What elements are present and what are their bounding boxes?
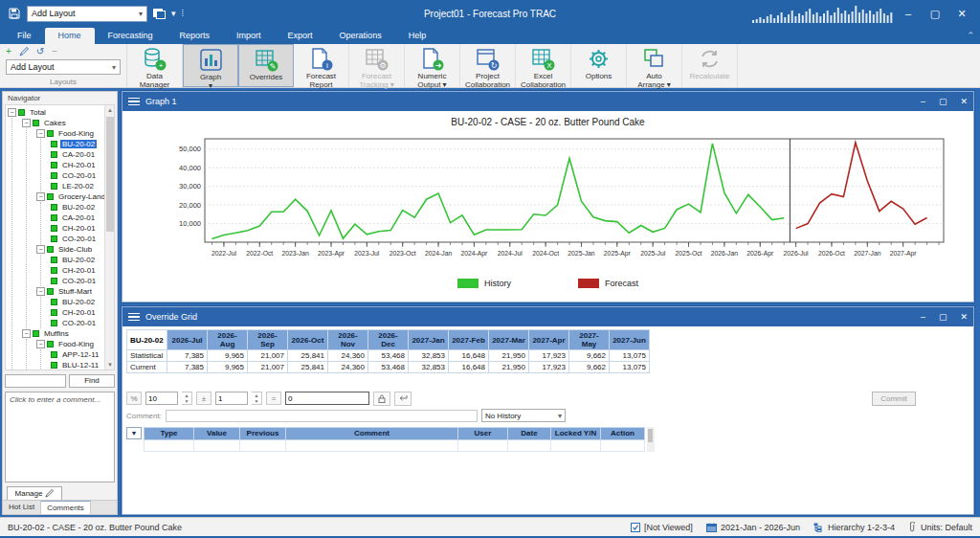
graph-minimize-icon[interactable]: – bbox=[921, 97, 925, 106]
grid-value-cell[interactable]: 13,075 bbox=[610, 362, 650, 373]
tree-collapse-icon[interactable]: − bbox=[36, 245, 45, 254]
tree-item-ch-20-01[interactable]: CH-20-01 bbox=[51, 160, 103, 170]
layout-window-icon[interactable] bbox=[153, 9, 166, 19]
history-column-header[interactable]: Type bbox=[145, 428, 194, 440]
scroll-up-icon[interactable]: ▲ bbox=[105, 105, 115, 115]
grid-value-cell[interactable]: 7,385 bbox=[167, 362, 208, 373]
collapse-ribbon-icon[interactable]: ⌃ bbox=[967, 31, 974, 40]
grid-value-cell[interactable]: 53,468 bbox=[368, 350, 409, 362]
comment-box[interactable]: Click to enter a comment... bbox=[5, 392, 115, 482]
scroll-thumb[interactable] bbox=[106, 117, 114, 232]
tree-item-side-club[interactable]: −Side-Club bbox=[36, 244, 103, 255]
override-window-titlebar[interactable]: Override Grid – ▢ ✕ bbox=[122, 307, 973, 326]
grid-value-cell[interactable]: 9,662 bbox=[569, 362, 610, 373]
tree-item-bu-20-02[interactable]: BU-20-02 bbox=[51, 255, 103, 265]
window-menu-icon[interactable] bbox=[128, 313, 140, 322]
tab-import[interactable]: Import bbox=[223, 28, 275, 44]
tree-item-cakes[interactable]: −Cakes bbox=[22, 118, 103, 128]
tab-comments[interactable]: Comments bbox=[41, 501, 91, 514]
graph-button[interactable]: Graph▾ bbox=[183, 44, 238, 87]
tab-help[interactable]: Help bbox=[395, 28, 440, 44]
plusminus-stepper[interactable]: ▲▼ bbox=[252, 392, 262, 405]
percent-mode-button[interactable]: % bbox=[126, 392, 142, 405]
grid-value-cell[interactable]: 9,662 bbox=[569, 350, 610, 362]
manage-button[interactable]: Manage bbox=[7, 486, 62, 501]
grid-column-header[interactable]: 2026-Oct bbox=[288, 330, 328, 350]
graph-maximize-icon[interactable]: ▢ bbox=[939, 97, 947, 106]
percent-stepper[interactable]: ▲▼ bbox=[182, 392, 192, 405]
commit-button[interactable]: Commit bbox=[872, 392, 916, 406]
tree-item-le-20-02[interactable]: LE-20-02 bbox=[51, 181, 103, 191]
tree-item-ca-20-01[interactable]: CA-20-01 bbox=[51, 213, 103, 223]
grid-value-cell[interactable]: 32,853 bbox=[409, 362, 449, 373]
tree-collapse-icon[interactable]: − bbox=[36, 192, 45, 201]
history-filter-button[interactable]: ▼ bbox=[126, 427, 142, 439]
history-column-header[interactable]: Previous bbox=[240, 428, 286, 440]
plusminus-input[interactable] bbox=[215, 392, 248, 405]
override-grid-table[interactable]: BU-20-022026-Jul2026-Aug2026-Sep2026-Oct… bbox=[126, 329, 650, 373]
tree-collapse-icon[interactable]: − bbox=[8, 108, 16, 117]
recalculate-button[interactable]: Recalculate bbox=[682, 44, 738, 87]
override-comment-input[interactable] bbox=[166, 410, 478, 422]
forecast-report-button[interactable]: iForecastReport bbox=[294, 44, 349, 87]
tab-reports[interactable]: Reports bbox=[167, 28, 224, 44]
history-column-header[interactable]: Value bbox=[194, 428, 240, 440]
history-column-header[interactable]: Action bbox=[601, 428, 645, 440]
options-button[interactable]: Options bbox=[571, 44, 627, 87]
quick-access-more-icon[interactable]: ⁞ bbox=[182, 9, 185, 18]
grid-column-header[interactable]: 2027-Mar bbox=[489, 330, 529, 350]
undo-layout-icon[interactable]: ↺ bbox=[36, 47, 44, 56]
window-menu-icon[interactable] bbox=[128, 98, 140, 106]
history-column-header[interactable]: Locked Y/N bbox=[551, 428, 601, 440]
grid-value-cell[interactable]: 17,923 bbox=[529, 350, 569, 362]
close-button[interactable]: ✕ bbox=[949, 5, 974, 22]
grid-value-cell[interactable]: 24,360 bbox=[328, 362, 368, 373]
tree-item-ch-20-01[interactable]: CH-20-01 bbox=[51, 307, 103, 318]
history-table-scrollbar[interactable] bbox=[647, 427, 655, 452]
minimize-button[interactable]: – bbox=[896, 5, 921, 22]
grid-column-header[interactable]: 2026-Jul bbox=[167, 330, 208, 350]
revert-button[interactable] bbox=[394, 392, 412, 406]
tree-item-bu-20-02[interactable]: BU-20-02 bbox=[51, 202, 103, 213]
forecast-tracking-button[interactable]: ⚙ForecastTracking ▾ bbox=[349, 44, 405, 87]
grid-column-header[interactable]: 2027-May bbox=[569, 330, 610, 350]
lock-button[interactable] bbox=[373, 392, 390, 406]
override-history-table[interactable]: TypeValuePreviousCommentUserDateLocked Y… bbox=[144, 427, 645, 452]
grid-value-cell[interactable]: 21,007 bbox=[248, 350, 288, 362]
tree-item-app-12-11[interactable]: APP-12-11 bbox=[51, 349, 103, 360]
auto-arrange-button[interactable]: AutoArrange ▾ bbox=[627, 44, 682, 87]
tree-item-co-20-01[interactable]: CO-20-01 bbox=[51, 234, 103, 244]
grid-value-cell[interactable]: 16,648 bbox=[449, 362, 489, 373]
tree-item-ch-20-01[interactable]: CH-20-01 bbox=[51, 265, 103, 276]
tree-item-ch-20-01[interactable]: CH-20-01 bbox=[51, 223, 103, 234]
tree-item-ca-20-01[interactable]: CA-20-01 bbox=[51, 149, 103, 160]
grid-value-cell[interactable]: 32,853 bbox=[409, 350, 449, 362]
equals-input[interactable] bbox=[285, 392, 369, 405]
quick-access-chevron-icon[interactable]: ▾ bbox=[171, 9, 176, 18]
edit-layout-icon[interactable] bbox=[19, 47, 29, 56]
tree-item-co-20-01[interactable]: CO-20-01 bbox=[51, 170, 103, 181]
tree-item-bu-20-02[interactable]: BU-20-02 bbox=[51, 297, 103, 307]
graph-close-icon[interactable]: ✕ bbox=[960, 97, 968, 106]
save-icon[interactable] bbox=[6, 6, 23, 21]
tab-forecasting[interactable]: Forecasting bbox=[95, 28, 167, 44]
tree-collapse-icon[interactable]: − bbox=[36, 129, 45, 138]
overrides-button[interactable]: ✎Overrides bbox=[238, 44, 294, 87]
grid-column-header[interactable]: 2026-Aug bbox=[208, 330, 248, 350]
grid-value-cell[interactable]: 21,950 bbox=[489, 362, 529, 373]
tree-item-bu-20-02[interactable]: BU-20-02 bbox=[51, 139, 103, 149]
grid-column-header[interactable]: 2027-Feb bbox=[449, 330, 489, 350]
tab-file[interactable]: File bbox=[4, 28, 45, 44]
data-manager-button[interactable]: +DataManager bbox=[127, 44, 183, 87]
tab-operations[interactable]: Operations bbox=[326, 28, 395, 44]
tree-scrollbar[interactable]: ▲ ▼ bbox=[104, 105, 114, 370]
history-column-header[interactable]: User bbox=[458, 428, 508, 440]
grid-column-header[interactable]: 2026-Nov bbox=[328, 330, 368, 350]
override-maximize-icon[interactable]: ▢ bbox=[939, 312, 947, 322]
grid-column-header[interactable]: 2027-Jan bbox=[409, 330, 449, 350]
grid-column-header[interactable]: 2026-Dec bbox=[368, 330, 409, 350]
numeric-output-button[interactable]: ➜NumericOutput ▾ bbox=[405, 44, 460, 87]
excel-collaboration-button[interactable]: XExcelCollaboration bbox=[516, 44, 571, 87]
tree-item-food-king[interactable]: −Food-King bbox=[36, 339, 103, 349]
grid-value-cell[interactable]: 13,075 bbox=[610, 350, 650, 362]
